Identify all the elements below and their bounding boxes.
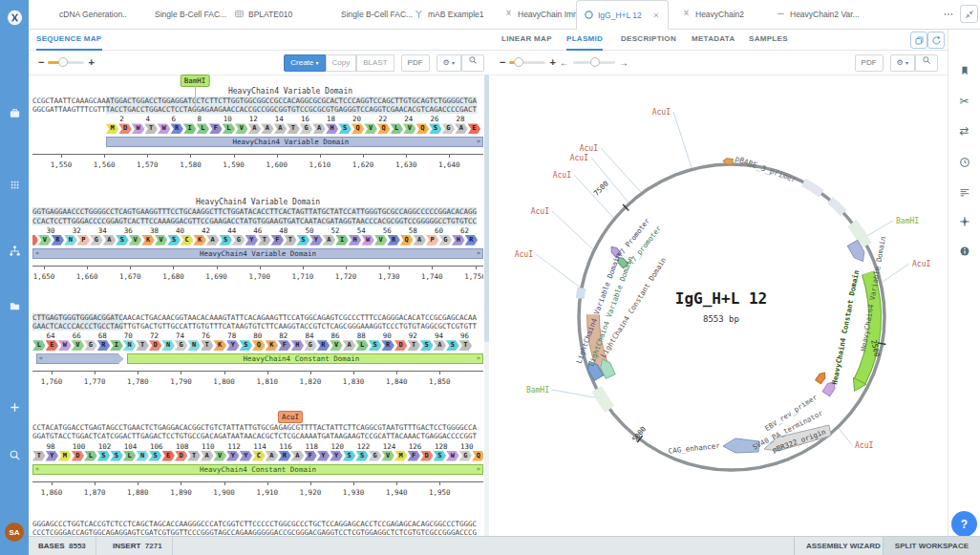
nav-registry-icon[interactable] bbox=[0, 175, 29, 194]
info-icon[interactable] bbox=[948, 242, 980, 261]
domain-annotation-bar[interactable]: « bbox=[36, 353, 124, 364]
document-tab-mab-example1[interactable]: mAB Example1 bbox=[407, 0, 491, 28]
rotation-slider[interactable] bbox=[573, 55, 615, 69]
settings-gear-button[interactable]: ⚙ ▾ bbox=[890, 54, 915, 72]
domain-annotation-bar[interactable]: HeavyChain4 Constant Domain» bbox=[127, 353, 483, 364]
bookmark-icon[interactable] bbox=[948, 61, 980, 80]
enzyme-cut-site-badge[interactable]: AcuI bbox=[278, 411, 303, 423]
tab-sequence-map[interactable]: SEQUENCE MAP bbox=[36, 29, 102, 51]
amino-acid-track[interactable]: LEWVGRINTDNGNTKYSQKFHGRVALSRDTSAST bbox=[32, 340, 483, 351]
dna-top-strand[interactable]: CCGCTAATTCAAAGCAAATGGACTGGACCTGGAGGATCCT… bbox=[32, 96, 483, 105]
restriction-site-label-bamhi[interactable]: BamHI bbox=[526, 386, 549, 395]
dna-bottom-strand[interactable]: GGATGTACCTGGACTCATCGGACTTGAGACTCCTGTGCCG… bbox=[32, 432, 483, 440]
dna-bottom-strand[interactable]: CCCTCGGGACCAGTGGCAGAGGAGTCGATCGTGGTTCCCG… bbox=[32, 528, 483, 536]
user-avatar[interactable]: SA bbox=[5, 523, 24, 542]
aa-residue: A bbox=[323, 235, 336, 245]
restriction-site-label-acui[interactable]: AcuI bbox=[580, 144, 598, 153]
tab-plasmid[interactable]: PLASMID bbox=[566, 29, 603, 51]
enzyme-leader-line bbox=[863, 221, 893, 238]
domain-annotation-bar[interactable]: «HeavyChain4 Constant Domain» bbox=[32, 464, 483, 475]
domain-annotation-bar[interactable]: HeavyChain4 Variable Domain» bbox=[106, 137, 483, 147]
nav-search-icon[interactable] bbox=[0, 445, 29, 464]
primers-icon[interactable] bbox=[948, 212, 980, 231]
restriction-site-label-acui[interactable]: AcuI bbox=[652, 108, 671, 117]
plasmid-map[interactable]: 750025005000pBABE_3_primerT7 PromoterT7_… bbox=[490, 75, 948, 536]
dna-bottom-strand[interactable]: CCACTCCTTGGGACCCCGGAGTCACTTCCAAAGGACGTTC… bbox=[32, 217, 483, 225]
search-button[interactable] bbox=[461, 54, 484, 72]
document-tab-bplate010[interactable]: BPLATE010 bbox=[227, 0, 299, 28]
blast-button[interactable]: BLAST bbox=[356, 54, 394, 72]
pdf-button[interactable]: PDF bbox=[401, 54, 430, 72]
restriction-site-label-acui[interactable]: AcuI bbox=[553, 171, 571, 180]
zoom-in-button[interactable]: + bbox=[549, 55, 555, 69]
restriction-site-label-acui[interactable]: AcuI bbox=[570, 154, 588, 162]
restriction-site-label-acui[interactable]: AcuI bbox=[855, 441, 873, 450]
create-button[interactable]: Create ▾ bbox=[284, 54, 325, 72]
digest-icon[interactable]: ✂ bbox=[948, 92, 980, 111]
document-tab-single-b-cell-fac-[interactable]: Single B-Cell FAC... bbox=[320, 0, 419, 28]
tab-overflow-icon[interactable] bbox=[943, 9, 954, 20]
amino-acid-track[interactable]: MDWTWRILFLVAAATGAHSQVQLVQSGAE bbox=[32, 123, 483, 134]
history-icon[interactable] bbox=[948, 153, 980, 172]
duplicate-view-button[interactable] bbox=[910, 32, 927, 49]
app-logo-icon[interactable] bbox=[0, 8, 29, 27]
zoom-in-button[interactable]: + bbox=[88, 55, 94, 69]
aa-residue: M bbox=[394, 451, 408, 461]
dna-top-strand[interactable]: GGTGAGGAACCCTGGGGCCTCAGTGAAGGTTTCCTGCAAG… bbox=[32, 207, 483, 216]
dna-top-strand[interactable]: CTTGAGTGGGTGGGACGGATCAACACTGACAACGGTAACA… bbox=[32, 313, 483, 322]
nav-projects-icon[interactable] bbox=[0, 296, 29, 315]
zoom-out-button[interactable]: − bbox=[38, 55, 44, 69]
document-tab-heavychain2-var-[interactable]: HeavyChain2 Var... bbox=[769, 0, 866, 28]
restriction-site-label-bamhi[interactable]: BamHI bbox=[896, 217, 919, 225]
aa-residue: N bbox=[161, 340, 175, 351]
pdf-button[interactable]: PDF bbox=[855, 54, 884, 72]
residue-numbers: 6466687072747678808284868890929496 bbox=[32, 331, 483, 340]
dna-top-strand[interactable]: CCTACATGGACCTGAGTAGCCTGAACTCTGAGGACACGGC… bbox=[32, 423, 483, 432]
translations-icon[interactable]: ⇄ bbox=[948, 121, 980, 140]
aa-residue: I bbox=[110, 340, 123, 351]
collapse-workspace-button[interactable] bbox=[960, 5, 978, 23]
alignments-icon[interactable] bbox=[948, 182, 980, 202]
amino-acid-track[interactable]: VRNPGASVKVSCKASGYTFTSYAIHWVRQAPGHR bbox=[32, 235, 483, 245]
version-history-button[interactable] bbox=[927, 32, 945, 49]
zoom-slider[interactable] bbox=[509, 55, 545, 69]
sequence-map[interactable]: BamHIHeavyChain4 Variable DomainCCGCTAAT… bbox=[32, 75, 483, 536]
dna-top-strand[interactable]: GGGAGCCCTGGTCACCGTCTCCTCAGCTAGCACCAAGGGC… bbox=[32, 520, 483, 528]
split-workspace-button[interactable]: SPLIT WORKSPACE bbox=[883, 537, 980, 555]
left-scrollbar[interactable] bbox=[484, 75, 489, 536]
document-tab-cdna-generation-[interactable]: cDNA Generation.. bbox=[38, 0, 134, 28]
annotation-track: «HeavyChain4 Constant Domain» bbox=[32, 353, 483, 365]
aa-residue: D bbox=[175, 451, 188, 461]
settings-gear-button[interactable]: ⚙ ▾ bbox=[437, 54, 461, 72]
restriction-site-label-acui[interactable]: AcuI bbox=[531, 207, 549, 216]
tab-linear-map[interactable]: LINEAR MAP bbox=[501, 29, 552, 49]
plasmid-length: 8553 bp bbox=[703, 314, 739, 324]
restriction-site-label-acui[interactable]: AcuI bbox=[912, 260, 930, 268]
base-ruler: 1,8601,8701,8801,8901,9001,9101,9201,930… bbox=[32, 480, 483, 501]
document-tab-heavychain2[interactable]: HeavyChain2 bbox=[674, 0, 751, 28]
rotate-right-icon[interactable]: → bbox=[619, 57, 628, 68]
tab-metadata[interactable]: METADATA bbox=[692, 29, 735, 49]
nav-create-icon[interactable] bbox=[0, 397, 29, 416]
rotate-left-icon[interactable]: ← bbox=[560, 57, 569, 68]
aa-residue: A bbox=[206, 235, 220, 245]
nav-workflows-icon[interactable] bbox=[0, 241, 29, 260]
document-tab-igg-h-l-12[interactable]: IgG_H+L 12 bbox=[576, 0, 669, 30]
copy-button[interactable]: Copy bbox=[326, 54, 357, 72]
zoom-slider[interactable] bbox=[48, 55, 84, 69]
zoom-out-button[interactable]: − bbox=[500, 55, 505, 69]
amino-acid-track[interactable]: TYMDLSSLNSEDTAVYYCARAFYYSSGVMFDSWGQ bbox=[32, 451, 483, 461]
restriction-site-label-acui[interactable]: AcuI bbox=[515, 250, 533, 259]
tab-samples[interactable]: SAMPLES bbox=[749, 29, 788, 49]
help-button[interactable]: ? bbox=[951, 511, 977, 537]
aa-residue: S bbox=[167, 235, 181, 245]
feature-arrow-ebv_rev_primer[interactable] bbox=[816, 371, 828, 384]
close-icon[interactable] bbox=[651, 11, 661, 20]
dna-bottom-strand[interactable]: GAACTCACCCACCCTGCCTAGTTGTGACTGTTGCCATTGT… bbox=[32, 322, 483, 331]
nav-toolbox-icon[interactable] bbox=[0, 103, 29, 122]
dna-bottom-strand[interactable]: GGCGATTAAGTTTCGTTTACCTGACCTGGACCTCCTAGGA… bbox=[32, 105, 483, 114]
tab-description[interactable]: DESCRIPTION bbox=[621, 29, 676, 49]
search-button[interactable] bbox=[915, 54, 938, 72]
domain-annotation-bar[interactable]: «HeavyChain4 Variable Domain» bbox=[32, 248, 483, 259]
document-tab-single-b-cell-fac-[interactable]: Single B-Cell FAC... bbox=[134, 0, 233, 28]
